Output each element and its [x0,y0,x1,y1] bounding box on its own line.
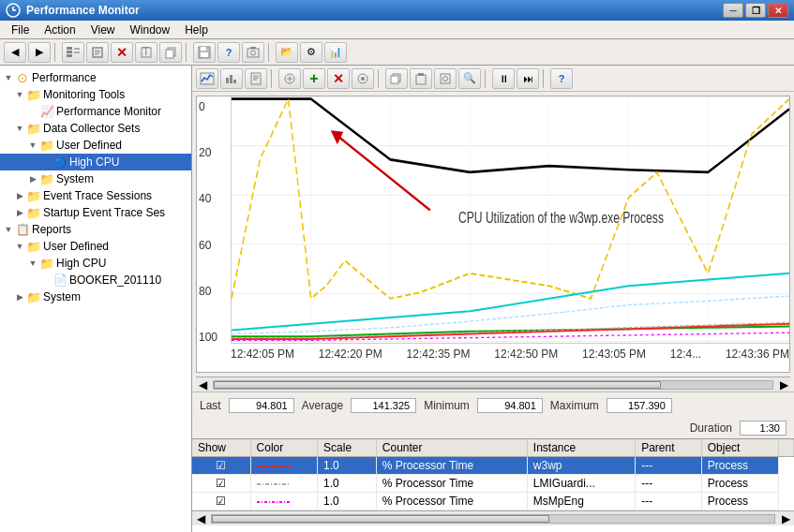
chart-content: CPU Utilization of the w3wp.exe Process [231,96,789,344]
zoom-button[interactable]: 🔍 [458,68,481,89]
paste-button[interactable] [410,68,432,89]
view-histogram-button[interactable] [220,68,243,89]
window-controls: ─ ❐ ✕ [723,3,788,18]
forward-button[interactable]: ▶ [28,42,51,63]
scroll-right-button[interactable]: ▶ [777,378,790,392]
table-scrollbar-track[interactable] [211,514,775,524]
minimum-label: Minimum [424,399,470,412]
next-button[interactable]: ⏭ [517,68,539,89]
tree-item-reports[interactable]: ▼ 📋 Reports [0,221,191,238]
chart-inner: 100 80 60 40 20 0 [197,96,789,372]
folder-button[interactable]: 📂 [276,42,298,63]
row-scale: 1.0 [318,457,377,475]
chart-sep-3 [485,69,488,88]
tree-item-performance[interactable]: ▼ ⊙ Performance [0,69,191,86]
tree-item-reports-user-defined[interactable]: ▼ 📁 User Defined [0,238,191,255]
table-row[interactable]: ☑ 1.0 % Processor Time MsMpEng --- Proce… [192,493,794,510]
menu-file[interactable]: File [4,22,37,38]
add-counter-button[interactable]: + [303,68,325,89]
tree-label-user-defined: User Defined [56,139,122,152]
table-scroll-left[interactable]: ◀ [194,512,207,525]
tree-item-reports-high-cpu[interactable]: ▼ 📁 High CPU [0,255,191,272]
scroll-left-button[interactable]: ◀ [196,378,209,392]
rename-button[interactable]: T [135,42,157,63]
tree-label-system-1: System [56,172,94,185]
table-row[interactable]: ☑ 1.0 % Processor Time w3wp --- Process [192,457,794,475]
counter-table-container: Show Color Scale Counter Instance Parent… [192,438,794,532]
scrollbar-thumb[interactable] [214,381,661,389]
counter-properties-button[interactable] [352,68,374,89]
chart-help-button[interactable]: ? [550,68,573,89]
table-scroll-right[interactable]: ▶ [779,512,792,525]
y-label-40: 40 [199,192,227,205]
row-instance: w3wp [527,457,635,475]
main-container: ▼ ⊙ Performance ▼ 📁 Monitoring Tools 📈 P… [0,66,794,532]
tree-item-performance-monitor[interactable]: 📈 Performance Monitor [0,103,191,120]
tree-item-startup-event-trace[interactable]: ▶ 📁 Startup Event Trace Ses [0,204,191,221]
expand-icon: ▶ [13,191,26,200]
tree-item-booker[interactable]: 📄 BOOKER_201110 [0,272,191,288]
close-button[interactable]: ✕ [768,3,788,18]
row-show[interactable]: ☑ [192,475,250,493]
menu-view[interactable]: View [83,22,123,38]
view-graph-button[interactable] [196,68,218,89]
tree-item-monitoring-tools[interactable]: ▼ 📁 Monitoring Tools [0,86,191,103]
chart-scrollbar[interactable]: ◀ ▶ [196,377,790,392]
chart-button[interactable]: 📊 [324,42,347,63]
expand-icon: ▶ [13,208,26,217]
x-label-0: 12:42:05 PM [231,347,294,361]
app-icon [6,3,21,18]
row-object: Process [701,457,778,475]
row-color [250,475,317,493]
expand-icon: ▼ [2,73,15,82]
properties-button[interactable] [86,42,109,63]
minimize-button[interactable]: ─ [723,3,743,18]
menu-action[interactable]: Action [37,22,82,38]
back-button[interactable]: ◀ [4,42,26,63]
save-image-button[interactable] [434,68,457,89]
tree-item-system-1[interactable]: ▶ 📁 System [0,170,191,187]
main-toolbar: ◀ ▶ ✕ T ? 📂 ⚙ 📊 [0,39,794,66]
delete-counter-button[interactable]: ✕ [327,68,350,89]
counter-table: Show Color Scale Counter Instance Parent… [192,439,794,510]
row-show[interactable]: ☑ [192,493,250,510]
save-button[interactable] [193,42,216,63]
table-row[interactable]: ☑ 1.0 % Processor Time LMIGuardi... --- … [192,475,794,493]
scrollbar-track[interactable] [213,380,773,390]
row-parent: --- [636,457,702,475]
restore-button[interactable]: ❐ [745,3,766,18]
settings-button[interactable]: ⚙ [300,42,322,63]
duration-label: Duration [690,421,732,435]
row-instance: MsMpEng [527,493,635,510]
tree-item-reports-system[interactable]: ▶ 📁 System [0,288,191,305]
expand-icon: ▼ [13,124,26,133]
help-button[interactable]: ? [217,42,240,63]
screenshot-button[interactable] [242,42,264,63]
show-tree-button[interactable] [62,42,84,63]
tree-label-reports-high-cpu: High CPU [56,257,106,270]
menu-window[interactable]: Window [123,22,178,38]
chart-sep-2 [378,69,382,88]
change-type-button[interactable] [278,68,301,89]
col-instance: Instance [527,439,635,457]
tree-item-user-defined[interactable]: ▼ 📁 User Defined [0,137,191,154]
copy-button[interactable] [159,42,182,63]
svg-text:CPU Utilization of the w3wp.ex: CPU Utilization of the w3wp.exe Process [458,209,664,226]
copy-image-button[interactable] [385,68,408,89]
view-report-button[interactable] [245,68,267,89]
delete-button[interactable]: ✕ [111,42,133,63]
freeze-button[interactable]: ⏸ [492,68,515,89]
y-axis: 100 80 60 40 20 0 [197,96,231,344]
menu-help[interactable]: Help [177,22,216,38]
svg-rect-1 [67,47,72,50]
report-icon: 📄 [52,273,67,288]
tree-item-data-collector-sets[interactable]: ▼ 📁 Data Collector Sets [0,120,191,137]
col-scale: Scale [318,439,377,457]
table-scrollbar[interactable]: ◀ ▶ [192,510,794,525]
tree-root: ▼ ⊙ Performance ▼ 📁 Monitoring Tools 📈 P… [0,66,191,309]
tree-item-event-trace[interactable]: ▶ 📁 Event Trace Sessions [0,187,191,204]
table-scrollbar-thumb[interactable] [212,515,549,523]
row-scale: 1.0 [318,475,377,493]
row-show[interactable]: ☑ [192,457,250,475]
tree-item-high-cpu-1[interactable]: 🔵 High CPU [0,154,191,170]
